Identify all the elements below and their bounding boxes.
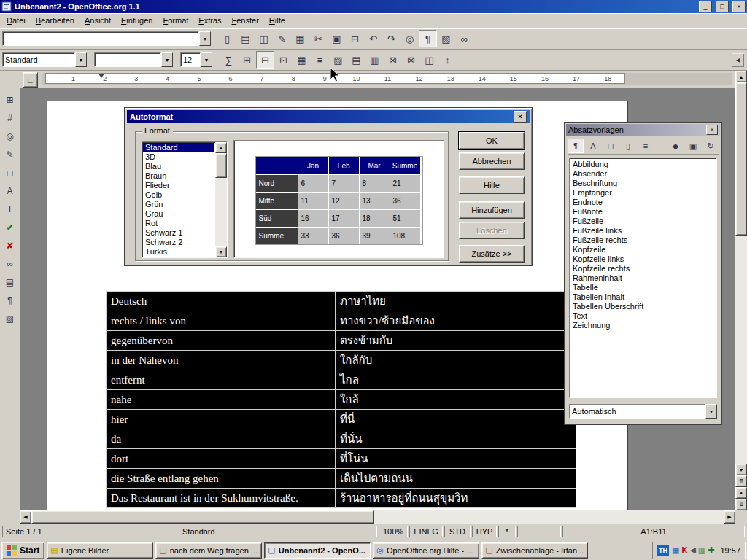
style-list-item[interactable]: Text: [571, 311, 715, 321]
navigator-icon[interactable]: ◎: [400, 30, 419, 47]
insert-graphics-icon[interactable]: ▧: [1, 310, 19, 327]
style-list-item[interactable]: Fußzeile links: [571, 226, 715, 236]
help-button[interactable]: Hilfe: [459, 176, 525, 194]
insert-column-icon[interactable]: ▥: [365, 51, 384, 69]
style-list-item[interactable]: Tabellen Überschrift: [571, 302, 715, 311]
menu-item[interactable]: Hilfe: [264, 15, 290, 26]
document-table[interactable]: Deutsch ภาษาไทย rechts / links von ทางขว…: [106, 291, 576, 508]
table-cell-german[interactable]: Deutsch: [107, 292, 336, 311]
optimize-icon[interactable]: ⊡: [274, 51, 293, 69]
cut-icon[interactable]: ✂: [309, 30, 328, 47]
dialog-close-icon[interactable]: ×: [514, 111, 527, 122]
scrollbar-track[interactable]: [215, 178, 227, 246]
spellcheck-icon[interactable]: ✔: [1, 219, 19, 236]
table-row[interactable]: Deutsch ภาษาไทย: [107, 292, 576, 311]
autotext-icon[interactable]: A: [1, 182, 19, 199]
split-cells-icon[interactable]: ⊟: [256, 51, 274, 69]
table-row[interactable]: entfernt ไกล: [107, 370, 576, 390]
table-cell-thai[interactable]: ไกล: [336, 370, 576, 389]
menu-item[interactable]: Extras: [193, 15, 226, 26]
task-weg-fragen[interactable]: ▢ nach dem Weg fragen ...: [155, 542, 262, 559]
horizontal-ruler[interactable]: 123456789101112131415161718: [42, 73, 732, 85]
draw-functions-icon[interactable]: ✎: [1, 146, 19, 163]
format-list-item[interactable]: Grau: [143, 209, 214, 219]
insert-object-icon[interactable]: ◎: [1, 128, 19, 144]
tray-network-icon[interactable]: ▥: [698, 545, 705, 555]
format-list-item[interactable]: Flieder: [143, 181, 214, 190]
table-cell-german[interactable]: Das Restaurant ist in der Sukhumvitstraß…: [107, 489, 336, 508]
scroll-left-icon[interactable]: ◀: [20, 510, 31, 524]
style-list-item[interactable]: Fußzeile: [571, 217, 715, 226]
stylist-titlebar[interactable]: Absatzvorlagen ×: [566, 124, 720, 136]
format-list-item[interactable]: Schwarz 2: [143, 238, 214, 247]
menu-item[interactable]: Ansicht: [80, 15, 116, 26]
start-button[interactable]: Start: [1, 542, 44, 559]
table-cell-german[interactable]: entfernt: [107, 370, 336, 389]
format-list-item[interactable]: Schwarz 1: [143, 228, 214, 238]
indent-marker[interactable]: [98, 74, 104, 78]
format-list-item[interactable]: Türkis: [143, 247, 214, 257]
status-page[interactable]: Seite 1 / 1: [2, 526, 177, 537]
toolbar-options-icon[interactable]: ◀: [731, 52, 745, 68]
paste-icon[interactable]: ⊟: [346, 30, 364, 47]
redo-icon[interactable]: ↷: [382, 30, 400, 47]
status-selection-mode[interactable]: STD: [444, 526, 471, 537]
table-cell-german[interactable]: gegenübervon: [107, 331, 336, 350]
minimize-icon[interactable]: _: [699, 1, 712, 12]
status-zoom[interactable]: 100%: [379, 526, 408, 537]
scroll-up-icon[interactable]: ▲: [215, 142, 227, 153]
menu-item[interactable]: Fenster: [227, 15, 264, 26]
font-dropdown-icon[interactable]: ▼: [161, 52, 173, 67]
table-row[interactable]: die Straße entlang gehen เดินไปตามถนน: [107, 469, 576, 489]
sort-icon[interactable]: ↕: [438, 51, 457, 69]
table-cell-german[interactable]: da: [107, 429, 336, 448]
table-row[interactable]: dort ที่โน่น: [107, 449, 576, 469]
status-hyperlink-mode[interactable]: HYP: [472, 526, 497, 537]
url-field[interactable]: [2, 31, 199, 46]
format-list-item[interactable]: 3D: [143, 152, 214, 162]
table-cell-thai[interactable]: ใกล้: [336, 390, 576, 409]
table-cell-thai[interactable]: ทางขวา/ซ้ายมือของ: [336, 311, 576, 330]
table-cell-thai[interactable]: เดินไปตามถนน: [336, 469, 576, 488]
character-styles-icon[interactable]: A: [585, 139, 601, 153]
tray-display-icon[interactable]: ▦: [672, 545, 679, 555]
print-file-icon[interactable]: ▦: [291, 30, 309, 47]
insert-fields-icon[interactable]: #: [1, 109, 19, 126]
close-icon[interactable]: ×: [732, 1, 746, 12]
style-list-item[interactable]: Absender: [571, 169, 715, 179]
table-cell-thai[interactable]: ร้านอาหารอยู่ที่ถนนสุขุมวิท: [336, 489, 576, 508]
window-titlebar[interactable]: Unbenannt2 - OpenOffice.org 1.1 _ □ ×: [0, 0, 747, 13]
paragraph-style-field[interactable]: [2, 52, 75, 67]
numbering-styles-icon[interactable]: ≡: [638, 139, 654, 153]
style-filter-field[interactable]: [569, 404, 705, 419]
open-document-icon[interactable]: ▤: [236, 30, 255, 47]
form-functions-icon[interactable]: ◻: [1, 164, 19, 181]
copy-icon[interactable]: ▣: [328, 30, 346, 47]
menu-item[interactable]: Format: [158, 15, 193, 26]
new-style-from-selection-icon[interactable]: ▣: [685, 139, 701, 153]
style-list-item[interactable]: Zeichnung: [571, 321, 715, 330]
background-color-icon[interactable]: ▨: [329, 51, 347, 69]
style-list-item[interactable]: Tabellen Inhalt: [571, 292, 715, 302]
hyperlink-icon[interactable]: ∞: [455, 30, 473, 47]
more-options-button[interactable]: Zusätze >>: [459, 245, 525, 262]
sum-icon[interactable]: ∑: [220, 51, 238, 69]
style-dropdown-icon[interactable]: ▼: [75, 52, 87, 67]
style-list-item[interactable]: Endnote: [571, 198, 715, 207]
add-button[interactable]: Hinzufügen: [459, 201, 525, 219]
insert-icon[interactable]: ⊞: [1, 91, 19, 108]
stylist-icon[interactable]: ¶: [419, 30, 437, 47]
format-list-item[interactable]: Gelb: [143, 190, 214, 200]
previous-page-icon[interactable]: ⇈: [735, 475, 747, 487]
line-style-icon[interactable]: ≡: [311, 51, 329, 69]
horizontal-scrollbar[interactable]: ◀ ▶: [20, 510, 735, 524]
menu-item[interactable]: Einfügen: [116, 15, 158, 26]
table-cell-thai[interactable]: ตรงข้ามกับ: [336, 331, 576, 350]
scroll-down-icon[interactable]: ▼: [735, 464, 747, 475]
format-list-item[interactable]: Blau: [143, 162, 214, 171]
listbox-scrollbar[interactable]: ▲ ▼: [215, 142, 227, 257]
status-page-style[interactable]: Standard: [179, 526, 377, 537]
table-row[interactable]: gegenübervon ตรงข้ามกับ: [107, 331, 576, 351]
table-row[interactable]: hier ที่นี่: [107, 410, 576, 429]
style-list-item[interactable]: Fußzeile rechts: [571, 236, 715, 245]
